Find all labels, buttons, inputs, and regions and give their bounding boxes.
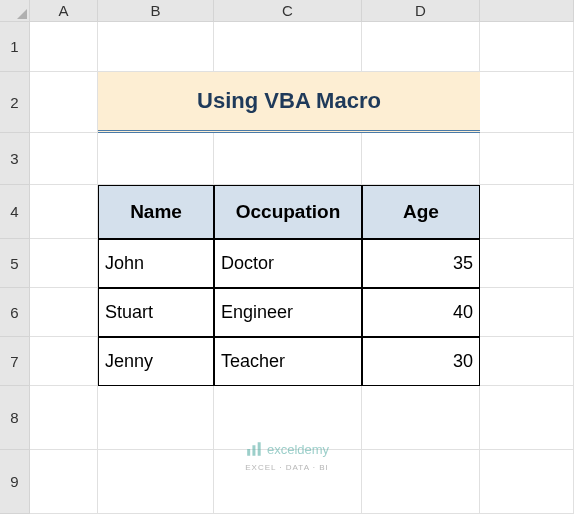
svg-rect-1 (252, 445, 255, 456)
cell-a9[interactable] (30, 450, 98, 514)
watermark-text: exceldemy (267, 442, 329, 457)
title-merged-cell[interactable]: Using VBA Macro (98, 72, 480, 133)
cell-b3[interactable] (98, 133, 214, 185)
table-header-name[interactable]: Name (98, 185, 214, 239)
cell-e5[interactable] (480, 239, 574, 288)
cell-d9[interactable] (362, 450, 480, 514)
svg-rect-0 (247, 449, 250, 456)
chart-icon (245, 440, 263, 458)
row-header-2[interactable]: 2 (0, 72, 30, 133)
col-header-a[interactable]: A (30, 0, 98, 22)
table-row[interactable]: Teacher (214, 337, 362, 386)
cell-a1[interactable] (30, 22, 98, 72)
table-row[interactable]: 30 (362, 337, 480, 386)
cell-d3[interactable] (362, 133, 480, 185)
table-header-age[interactable]: Age (362, 185, 480, 239)
cell-e7[interactable] (480, 337, 574, 386)
table-row[interactable]: 35 (362, 239, 480, 288)
cell-e3[interactable] (480, 133, 574, 185)
cell-e9[interactable] (480, 450, 574, 514)
col-header-b[interactable]: B (98, 0, 214, 22)
row-header-8[interactable]: 8 (0, 386, 30, 450)
row-header-7[interactable]: 7 (0, 337, 30, 386)
cell-d1[interactable] (362, 22, 480, 72)
col-header-d[interactable]: D (362, 0, 480, 22)
cell-b8[interactable] (98, 386, 214, 450)
cell-e1[interactable] (480, 22, 574, 72)
cell-b9[interactable] (98, 450, 214, 514)
select-all-corner[interactable] (0, 0, 30, 22)
cell-c1[interactable] (214, 22, 362, 72)
cell-a8[interactable] (30, 386, 98, 450)
row-header-5[interactable]: 5 (0, 239, 30, 288)
cell-a3[interactable] (30, 133, 98, 185)
table-row[interactable]: John (98, 239, 214, 288)
cell-e8[interactable] (480, 386, 574, 450)
cell-d8[interactable] (362, 386, 480, 450)
table-header-occupation[interactable]: Occupation (214, 185, 362, 239)
col-header-blank (480, 0, 574, 22)
row-header-6[interactable]: 6 (0, 288, 30, 337)
table-row[interactable]: Jenny (98, 337, 214, 386)
row-header-4[interactable]: 4 (0, 185, 30, 239)
cell-e6[interactable] (480, 288, 574, 337)
cell-c3[interactable] (214, 133, 362, 185)
cell-b1[interactable] (98, 22, 214, 72)
cell-a4[interactable] (30, 185, 98, 239)
cell-e2[interactable] (480, 72, 574, 133)
svg-rect-2 (258, 442, 261, 456)
row-header-3[interactable]: 3 (0, 133, 30, 185)
cell-c9[interactable] (214, 450, 362, 514)
table-row[interactable]: Stuart (98, 288, 214, 337)
col-header-c[interactable]: C (214, 0, 362, 22)
table-row[interactable]: 40 (362, 288, 480, 337)
watermark-subtext: EXCEL · DATA · BI (245, 463, 329, 472)
cell-a5[interactable] (30, 239, 98, 288)
table-row[interactable]: Doctor (214, 239, 362, 288)
watermark: exceldemy (245, 440, 329, 458)
spreadsheet-grid: A B C D 1 2 Using VBA Macro 3 4 Name Occ… (0, 0, 574, 514)
row-header-9[interactable]: 9 (0, 450, 30, 514)
row-header-1[interactable]: 1 (0, 22, 30, 72)
cell-e4[interactable] (480, 185, 574, 239)
cell-a7[interactable] (30, 337, 98, 386)
cell-a6[interactable] (30, 288, 98, 337)
table-row[interactable]: Engineer (214, 288, 362, 337)
cell-a2[interactable] (30, 72, 98, 133)
